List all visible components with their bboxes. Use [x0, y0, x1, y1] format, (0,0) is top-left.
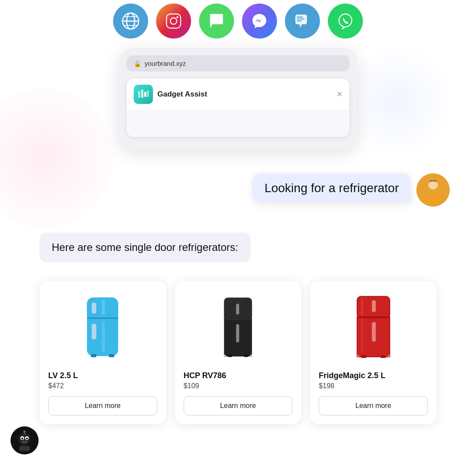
- chat-body: [127, 111, 349, 137]
- product-cards-row: LV 2.5 L $472 Learn more: [39, 281, 437, 424]
- svg-rect-27: [109, 354, 114, 357]
- messenger-icon[interactable]: [242, 4, 277, 39]
- google-chat-icon[interactable]: [285, 4, 320, 39]
- product-image-3: [319, 290, 428, 364]
- svg-point-56: [23, 430, 25, 433]
- svg-point-6: [171, 18, 177, 25]
- svg-rect-26: [91, 354, 96, 357]
- svg-rect-10: [297, 18, 305, 19]
- svg-rect-34: [236, 324, 239, 342]
- browser-url: yourbrand.xyz: [145, 60, 186, 67]
- phone-mockup: 🔒 yourbrand.xyz Gadget Assist ×: [120, 48, 356, 149]
- svg-rect-46: [361, 318, 363, 353]
- globe-icon[interactable]: [113, 4, 148, 39]
- lock-icon: 🔒: [134, 60, 141, 67]
- product-price-1: $472: [48, 382, 64, 390]
- svg-rect-43: [372, 300, 376, 312]
- bot-avatar: [11, 426, 39, 454]
- product-name-2: HCP RV786: [184, 371, 226, 380]
- svg-rect-33: [236, 304, 239, 315]
- user-message-bubble: Looking for a refrigerator: [252, 173, 411, 203]
- svg-rect-16: [147, 90, 149, 97]
- svg-rect-54: [22, 441, 27, 443]
- chat-header-left: Gadget Assist: [134, 85, 207, 104]
- svg-point-12: [339, 14, 352, 27]
- product-card-3: FridgeMagic 2.5 L $198 Learn more: [310, 281, 437, 424]
- svg-rect-57: [19, 446, 30, 451]
- product-price-3: $198: [319, 382, 334, 390]
- product-card-2: HCP RV786 $109 Learn more: [175, 281, 302, 424]
- svg-rect-24: [102, 300, 105, 315]
- chat-logo: [134, 85, 153, 104]
- svg-rect-5: [167, 14, 181, 28]
- product-name-3: FridgeMagic 2.5 L: [319, 371, 385, 380]
- imessage-icon[interactable]: [199, 4, 234, 39]
- svg-rect-25: [102, 321, 105, 352]
- bot-response-area: Here are some single door refrigerators:: [39, 232, 437, 271]
- whatsapp-icon[interactable]: [328, 4, 363, 39]
- svg-rect-13: [138, 91, 140, 98]
- svg-point-7: [177, 16, 178, 18]
- svg-rect-22: [92, 303, 96, 314]
- user-avatar: [416, 173, 450, 207]
- bg-decoration-right: [340, 44, 454, 158]
- chat-title: Gadget Assist: [157, 90, 207, 99]
- social-icons-row: [113, 0, 363, 39]
- chat-header: Gadget Assist ×: [127, 79, 349, 111]
- svg-rect-14: [141, 89, 143, 98]
- bot-message-bubble: Here are some single door refrigerators:: [39, 232, 251, 262]
- svg-rect-9: [297, 17, 303, 18]
- svg-rect-45: [361, 298, 363, 316]
- product-name-1: LV 2.5 L: [48, 371, 78, 380]
- svg-rect-47: [361, 355, 366, 358]
- svg-rect-11: [297, 21, 302, 21]
- learn-more-button-1[interactable]: Learn more: [48, 396, 157, 415]
- svg-rect-36: [228, 354, 232, 357]
- svg-rect-23: [92, 324, 96, 340]
- svg-point-52: [21, 437, 23, 439]
- bg-decoration-left: [0, 88, 114, 228]
- svg-rect-37: [244, 354, 248, 357]
- svg-point-53: [26, 437, 28, 439]
- svg-rect-35: [228, 299, 243, 303]
- svg-rect-44: [372, 322, 376, 341]
- browser-bar: 🔒 yourbrand.xyz: [127, 55, 349, 72]
- svg-rect-48: [380, 355, 386, 358]
- close-icon[interactable]: ×: [337, 89, 342, 100]
- user-message-container: Looking for a refrigerator: [252, 173, 450, 207]
- product-image-1: [48, 290, 157, 364]
- learn-more-button-2[interactable]: Learn more: [184, 396, 293, 415]
- chat-widget: Gadget Assist ×: [127, 79, 349, 137]
- svg-rect-15: [144, 92, 146, 97]
- product-price-2: $109: [184, 382, 199, 390]
- product-image-2: [184, 290, 293, 364]
- instagram-icon[interactable]: [156, 4, 191, 39]
- svg-rect-8: [295, 14, 307, 24]
- product-card-1: LV 2.5 L $472 Learn more: [39, 281, 166, 424]
- learn-more-button-3[interactable]: Learn more: [319, 396, 428, 415]
